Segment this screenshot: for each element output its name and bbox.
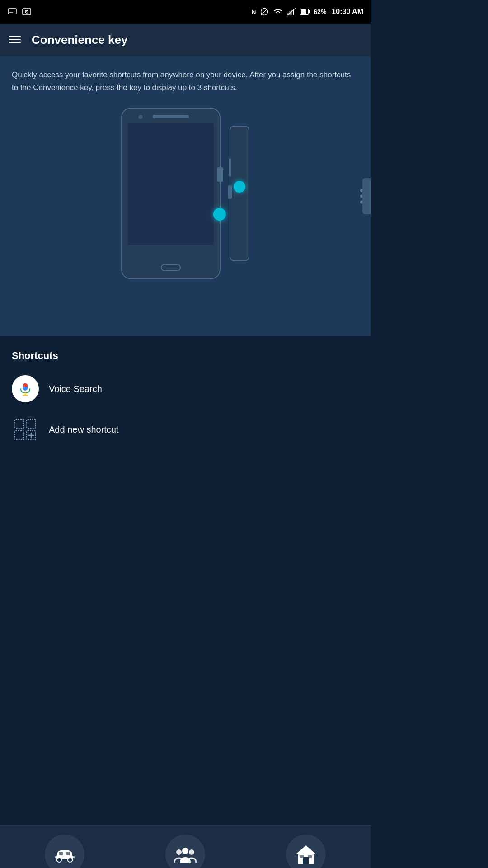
app-header: Convenience key — [0, 24, 371, 56]
svg-rect-21 — [15, 431, 24, 440]
home-profile-icon-circle — [286, 835, 326, 868]
wifi-icon — [273, 7, 283, 17]
voice-search-item[interactable]: Voice Search — [12, 375, 359, 402]
svg-point-31 — [182, 848, 188, 854]
svg-point-25 — [57, 858, 61, 862]
phone-camera — [138, 115, 143, 119]
svg-point-26 — [68, 858, 72, 862]
svg-rect-20 — [27, 419, 36, 428]
shortcuts-title: Shortcuts — [12, 350, 359, 362]
svg-point-32 — [176, 849, 182, 855]
microphone-icon — [18, 382, 33, 396]
page-content: Quickly access your favorite shortcuts f… — [0, 56, 371, 868]
status-bar: N — [0, 0, 371, 24]
car-profile-nav-item[interactable]: Car profile — [5, 835, 125, 868]
photo-icon — [22, 7, 32, 17]
swipe-tab[interactable] — [362, 178, 371, 214]
phone-front-view — [121, 108, 221, 279]
svg-rect-14 — [309, 10, 310, 13]
phone-side-view — [230, 126, 249, 261]
home-icon — [295, 844, 317, 865]
dnd-icon — [259, 7, 269, 17]
svg-rect-37 — [300, 855, 304, 858]
phone-volume-btn — [229, 158, 231, 176]
message-icon — [7, 7, 17, 17]
add-shortcut-item[interactable]: Add new shortcut — [12, 416, 359, 443]
phone-convenience-btn — [228, 185, 232, 199]
svg-rect-36 — [303, 857, 309, 864]
svg-rect-1 — [9, 12, 13, 13]
menu-button[interactable] — [9, 36, 21, 43]
svg-rect-30 — [72, 856, 75, 858]
network-n-icon: N — [252, 9, 256, 15]
home-profile-nav-item[interactable]: Home profile — [245, 835, 366, 868]
phone-illustration — [12, 108, 359, 279]
signal-icon — [286, 7, 296, 17]
page-title: Convenience key — [32, 33, 127, 47]
add-shortcut-label: Add new shortcut — [49, 425, 119, 435]
status-time: 10:30 AM — [332, 8, 363, 16]
svg-point-4 — [26, 11, 27, 12]
svg-rect-29 — [55, 856, 57, 858]
svg-rect-13 — [301, 9, 306, 14]
car-icon — [53, 845, 76, 863]
svg-marker-34 — [296, 845, 316, 854]
hero-description: Quickly access your favorite shortcuts f… — [12, 69, 359, 94]
add-shortcut-icon-wrapper — [12, 416, 39, 443]
voice-search-icon-circle — [12, 375, 39, 402]
status-bar-left — [7, 7, 32, 17]
svg-rect-28 — [66, 852, 70, 855]
svg-rect-16 — [23, 383, 28, 387]
meeting-profile-nav-item[interactable]: Meeting profile — [125, 835, 246, 868]
battery-icon — [300, 7, 310, 17]
phone-screen — [128, 123, 214, 245]
convenience-key-side — [234, 181, 245, 193]
svg-rect-19 — [15, 419, 24, 428]
meeting-icon — [173, 844, 198, 864]
meeting-profile-icon-circle — [165, 835, 205, 868]
car-profile-icon-circle — [45, 835, 84, 868]
battery-percentage: 62% — [314, 8, 326, 15]
phone-home-button — [161, 264, 181, 271]
status-bar-right: N — [252, 7, 363, 17]
svg-rect-38 — [308, 855, 312, 858]
shortcuts-section: Shortcuts Voice Search — [0, 336, 371, 647]
svg-point-33 — [189, 849, 194, 855]
phone-side-btn — [217, 167, 223, 182]
add-shortcut-icon — [14, 418, 37, 441]
bottom-nav: Car profile Meeting profile — [0, 825, 371, 868]
hero-section: Quickly access your favorite shortcuts f… — [0, 56, 371, 336]
voice-search-label: Voice Search — [49, 384, 102, 394]
convenience-key-front — [213, 208, 226, 221]
svg-rect-0 — [8, 9, 16, 14]
svg-rect-27 — [59, 852, 63, 855]
phone-speaker — [153, 115, 189, 118]
